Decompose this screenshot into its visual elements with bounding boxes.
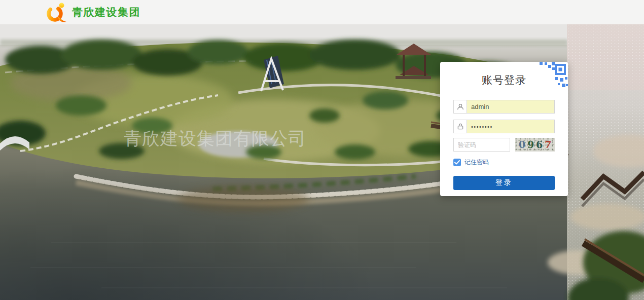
captcha-digit: 9 xyxy=(527,140,534,149)
login-button[interactable]: 登录 xyxy=(453,176,555,190)
remember-checkbox[interactable] xyxy=(453,159,461,166)
remember-label[interactable]: 记住密码 xyxy=(464,158,489,167)
hero-section: 青欣建设集团有限公司 账号登录 xyxy=(0,24,644,300)
app-header: 青欣建设集团 xyxy=(0,0,644,24)
captcha-image[interactable]: 0 9 6 7 xyxy=(515,138,555,152)
login-card: 账号登录 xyxy=(440,62,568,196)
captcha-digit: 6 xyxy=(536,140,543,149)
username-input[interactable] xyxy=(467,100,554,113)
qr-code-corner-icon[interactable] xyxy=(540,62,568,90)
captcha-digit: 0 xyxy=(518,140,525,150)
user-icon xyxy=(454,100,467,113)
company-logo-icon xyxy=(45,1,67,23)
password-field-group xyxy=(453,120,555,133)
username-field-group xyxy=(453,100,555,114)
remember-group: 记住密码 xyxy=(453,158,555,167)
captcha-input[interactable] xyxy=(453,138,510,152)
password-input[interactable] xyxy=(467,120,554,133)
login-form: 0 9 6 7 记住密码 登录 xyxy=(453,100,555,190)
captcha-digit: 7 xyxy=(545,140,552,150)
captcha-group: 0 9 6 7 xyxy=(453,138,555,152)
lock-icon xyxy=(454,120,467,133)
check-icon xyxy=(454,160,460,165)
brand-name: 青欣建设集团 xyxy=(72,5,140,19)
